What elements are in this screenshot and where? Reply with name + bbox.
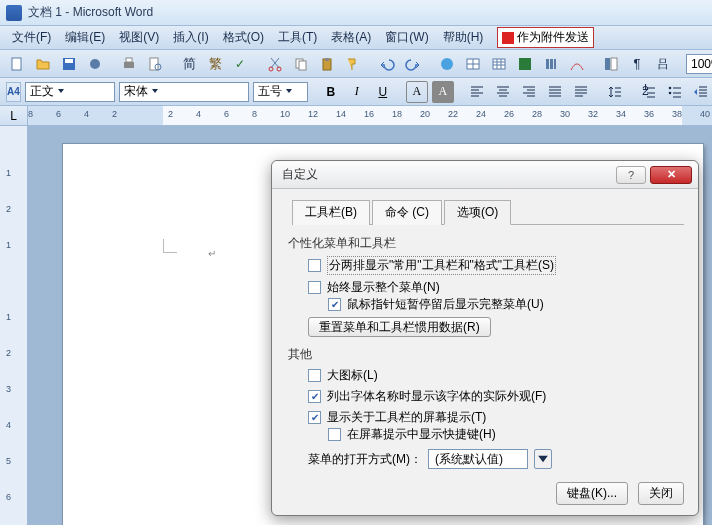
ruler-tick: 32 (588, 109, 598, 119)
bullets-icon[interactable] (664, 81, 686, 103)
opt-font-preview[interactable]: 列出字体名称时显示该字体的实际外观(F) (308, 388, 684, 405)
new-doc-icon[interactable] (6, 53, 28, 75)
size-combo[interactable]: 五号 (253, 82, 308, 102)
spelling-icon[interactable]: ✓ (230, 53, 252, 75)
opt-two-row[interactable]: 分两排显示"常用"工具栏和"格式"工具栏(S) (308, 256, 684, 275)
copy-icon[interactable] (290, 53, 312, 75)
svg-rect-2 (65, 59, 73, 63)
paste-icon[interactable] (316, 53, 338, 75)
ruler-tick: 5 (6, 456, 11, 466)
ruler-tick: 4 (84, 109, 89, 119)
traditional-chinese-icon[interactable]: 繁 (204, 53, 226, 75)
show-hide-icon[interactable]: ¶ (626, 53, 648, 75)
align-right-icon[interactable] (518, 81, 540, 103)
insert-excel-icon[interactable] (514, 53, 536, 75)
svg-rect-22 (605, 58, 610, 70)
numbering-icon[interactable]: 12 (638, 81, 660, 103)
zoom-combo[interactable]: 100% (686, 54, 712, 74)
svg-rect-4 (124, 62, 134, 68)
opt-large-icons[interactable]: 大图标(L) (308, 367, 684, 384)
opt-shortcut[interactable]: 在屏幕提示中显示快捷键(H) (328, 426, 684, 443)
menu-file[interactable]: 文件(F) (6, 27, 57, 48)
permissions-icon[interactable] (84, 53, 106, 75)
checkbox-checked-icon (328, 298, 341, 311)
close-button[interactable]: ✕ (650, 166, 692, 184)
styles-pane-icon[interactable]: A4 (6, 82, 21, 102)
ruler-tick: 40 (700, 109, 710, 119)
ruler-corner: L (0, 106, 28, 125)
tab-commands[interactable]: 命令 (C) (372, 200, 442, 225)
tab-toolbars[interactable]: 工具栏(B) (292, 200, 370, 225)
menu-window[interactable]: 窗口(W) (379, 27, 434, 48)
columns-icon[interactable] (540, 53, 562, 75)
opt-tooltips[interactable]: 显示关于工具栏的屏幕提示(T) (308, 409, 684, 426)
align-justify-icon[interactable] (544, 81, 566, 103)
reset-usage-button[interactable]: 重置菜单和工具栏惯用数据(R) (308, 317, 491, 337)
tab-options[interactable]: 选项(O) (444, 200, 511, 225)
print-icon[interactable] (118, 53, 140, 75)
hyperlink-icon[interactable] (436, 53, 458, 75)
menu-help[interactable]: 帮助(H) (437, 27, 490, 48)
help-button[interactable]: ? (616, 166, 646, 184)
ruler-tick: 28 (532, 109, 542, 119)
italic-button[interactable]: I (346, 81, 368, 103)
align-center-icon[interactable] (492, 81, 514, 103)
menu-open-label: 菜单的打开方式(M)： (308, 451, 422, 468)
dropdown-button[interactable] (534, 449, 552, 469)
opt-full-menu-label: 始终显示整个菜单(N) (327, 279, 440, 296)
cut-icon[interactable] (264, 53, 286, 75)
undo-icon[interactable] (376, 53, 398, 75)
paragraph-mark: ↵ (208, 248, 216, 259)
menu-tools[interactable]: 工具(T) (272, 27, 323, 48)
zoom-value: 100% (691, 57, 712, 71)
titlebar: 文档 1 - Microsoft Word (0, 0, 712, 26)
tables-borders-icon[interactable] (462, 53, 484, 75)
open-icon[interactable] (32, 53, 54, 75)
dialog-titlebar[interactable]: 自定义 ? ✕ (272, 161, 698, 189)
svg-rect-21 (554, 59, 556, 69)
style-combo[interactable]: 正文 (25, 82, 115, 102)
doc-map-icon[interactable] (600, 53, 622, 75)
svg-point-27 (668, 86, 671, 89)
menu-format[interactable]: 格式(O) (217, 27, 270, 48)
keyboard-button[interactable]: 键盘(K)... (556, 482, 628, 505)
simplified-chinese-icon[interactable]: 简 (178, 53, 200, 75)
char-border-button[interactable]: A (406, 81, 428, 103)
opt-full-menu[interactable]: 始终显示整个菜单(N) (308, 279, 684, 296)
ruler-tick: 10 (280, 109, 290, 119)
format-painter-icon[interactable] (342, 53, 364, 75)
dialog-title: 自定义 (282, 166, 318, 183)
menu-insert[interactable]: 插入(I) (167, 27, 214, 48)
print-preview-icon[interactable] (144, 53, 166, 75)
attach-label: 作为附件发送 (517, 29, 589, 46)
vertical-ruler[interactable]: 121123456 (0, 126, 28, 525)
decrease-indent-icon[interactable] (690, 81, 712, 103)
section-personalize: 个性化菜单和工具栏 (288, 235, 684, 252)
insert-table-icon[interactable] (488, 53, 510, 75)
chevron-down-icon (56, 85, 70, 99)
style-value: 正文 (30, 83, 54, 100)
opt-delay[interactable]: 鼠标指针短暂停留后显示完整菜单(U) (328, 296, 684, 313)
align-distribute-icon[interactable] (570, 81, 592, 103)
ruler-tick: 38 (672, 109, 682, 119)
menu-edit[interactable]: 编辑(E) (59, 27, 111, 48)
text-direction-icon[interactable]: 吕 (652, 53, 674, 75)
line-spacing-icon[interactable] (604, 81, 626, 103)
font-combo[interactable]: 宋体 (119, 82, 249, 102)
save-icon[interactable] (58, 53, 80, 75)
redo-icon[interactable] (402, 53, 424, 75)
close-dialog-button[interactable]: 关闭 (638, 482, 684, 505)
bold-button[interactable]: B (320, 81, 342, 103)
menu-table[interactable]: 表格(A) (325, 27, 377, 48)
menu-view[interactable]: 视图(V) (113, 27, 165, 48)
horizontal-ruler[interactable]: 8642246810121416182022242628303234363840 (28, 106, 712, 125)
svg-text:吕: 吕 (657, 57, 669, 71)
char-shading-button[interactable]: A (432, 81, 454, 103)
drawing-icon[interactable] (566, 53, 588, 75)
align-left-icon[interactable] (466, 81, 488, 103)
horizontal-ruler-row: L 86422468101214161820222426283032343638… (0, 106, 712, 126)
menu-open-select[interactable]: (系统默认值) (428, 449, 528, 469)
send-as-attachment[interactable]: 作为附件发送 (497, 27, 594, 48)
ruler-tick: 3 (6, 384, 11, 394)
underline-button[interactable]: U (372, 81, 394, 103)
